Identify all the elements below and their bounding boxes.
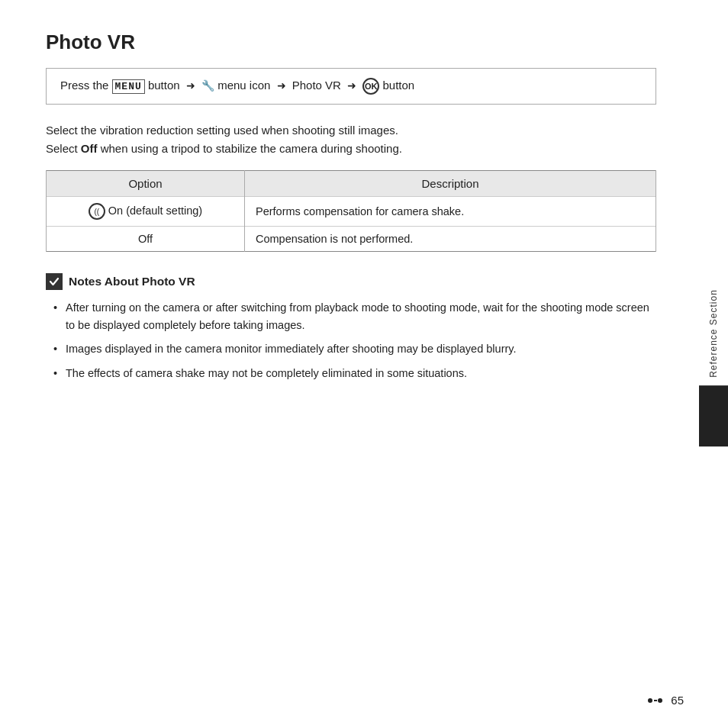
page-num-icon xyxy=(647,695,668,706)
notes-section: Notes About Photo VR After turning on th… xyxy=(46,273,656,382)
intro-line1: Select the vibration reduction setting u… xyxy=(46,124,398,137)
page-number-text: 65 xyxy=(671,694,684,707)
intro-paragraph: Select the vibration reduction setting u… xyxy=(46,121,656,158)
table-cell-option: Off xyxy=(47,227,245,252)
table-row: ((On (default setting)Performs compensat… xyxy=(47,197,656,227)
option-text: Off xyxy=(138,233,153,245)
side-tab-black-block xyxy=(699,385,728,446)
table-cell-option: ((On (default setting) xyxy=(47,197,245,227)
notes-list: After turning on the camera or after swi… xyxy=(46,299,656,382)
svg-point-0 xyxy=(648,698,652,703)
arrow-3: ➜ xyxy=(347,79,356,92)
menu-button-label: MENU xyxy=(112,79,145,94)
menu-icon-text: menu icon xyxy=(217,79,270,92)
svg-point-2 xyxy=(658,698,662,703)
notes-icon xyxy=(46,273,63,290)
intro-bold: Off xyxy=(81,142,98,155)
menu-path-suffix: button xyxy=(382,79,414,92)
page-number: 65 xyxy=(647,694,684,707)
notes-header: Notes About Photo VR xyxy=(46,273,656,290)
options-table: Option Description ((On (default setting… xyxy=(46,170,656,252)
page-title: Photo VR xyxy=(46,31,656,54)
menu-path-prefix: Press the xyxy=(60,79,108,92)
arrow-2: ➜ xyxy=(277,79,286,92)
notes-list-item: After turning on the camera or after swi… xyxy=(52,299,656,334)
menu-icon-symbol: 🔧 xyxy=(201,79,214,92)
menu-path-button-text: button xyxy=(148,79,180,92)
notes-title: Notes About Photo VR xyxy=(69,275,195,288)
ok-button-icon: OK xyxy=(362,78,379,95)
col-header-option: Option xyxy=(47,171,245,197)
col-header-description: Description xyxy=(245,171,656,197)
table-row: OffCompensation is not performed. xyxy=(47,227,656,252)
notes-list-item: The effects of camera shake may not be c… xyxy=(52,365,656,382)
option-text: On (default setting) xyxy=(108,205,202,217)
table-cell-description: Compensation is not performed. xyxy=(245,227,656,252)
arrow-1: ➜ xyxy=(186,79,195,92)
vr-icon: (( xyxy=(89,203,105,220)
side-tab-label: Reference Section xyxy=(704,282,723,385)
table-header-row: Option Description xyxy=(47,171,656,197)
menu-path-feature: Photo VR xyxy=(292,79,341,92)
intro-line2-prefix: Select xyxy=(46,142,81,155)
notes-list-item: Images displayed in the camera monitor i… xyxy=(52,340,656,358)
table-cell-description: Performs compensation for camera shake. xyxy=(245,197,656,227)
menu-path-box: Press the MENU button ➜ 🔧 menu icon ➜ Ph… xyxy=(46,68,656,105)
intro-line2-suffix: when using a tripod to stabilize the cam… xyxy=(98,142,402,155)
side-tab: Reference Section xyxy=(699,282,728,446)
